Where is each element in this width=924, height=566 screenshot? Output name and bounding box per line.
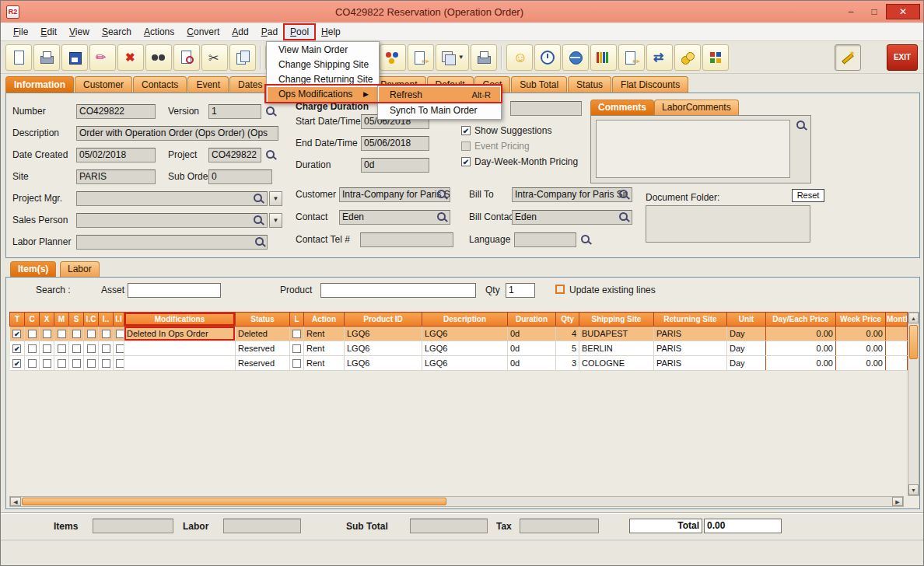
project-search-icon[interactable] (266, 150, 275, 159)
duration-field[interactable]: 0d (361, 158, 429, 173)
menu-item-synch-to-main-order[interactable]: Synch To Main Order (379, 103, 500, 118)
tab-flat-discounts[interactable]: Flat Discounts (612, 76, 688, 93)
reset-button[interactable]: Reset (792, 189, 824, 202)
menu-item-ops-modifications[interactable]: Ops Modifications ▶ (268, 87, 378, 102)
col-returning-site[interactable]: Returning Site (654, 313, 727, 327)
labor-planner-field[interactable] (76, 235, 268, 250)
table-row[interactable]: ✔ Deleted In Ops Order Deleted Rent LGQ6… (10, 327, 908, 341)
row-checkbox[interactable] (72, 344, 81, 353)
vertical-scrollbar[interactable]: ▲ ▼ (908, 312, 919, 496)
row-checkbox[interactable] (43, 359, 51, 368)
close-button[interactable]: ✕ (886, 4, 920, 19)
col-month-price[interactable]: Month P (886, 313, 908, 327)
show-suggestions-checkbox[interactable]: ✔ (461, 126, 471, 135)
tab-labor-comments[interactable]: LaborComments (654, 100, 739, 115)
row-checkbox[interactable] (28, 344, 37, 353)
tab-customer[interactable]: Customer (75, 76, 132, 93)
col-status[interactable]: Status (236, 313, 290, 327)
language-field[interactable] (514, 232, 576, 247)
col-s[interactable]: S (69, 313, 84, 327)
col-action[interactable]: Action (304, 313, 345, 327)
project-mgr-field[interactable] (76, 191, 268, 206)
col-ii[interactable]: I.I (114, 313, 124, 327)
bill-contact-field[interactable]: Eden (512, 210, 632, 225)
row-checkbox[interactable] (87, 359, 96, 368)
table-row[interactable]: ✔ Reserved Rent LGQ6 LGQ6 0d 5 (10, 341, 908, 356)
comments-search-icon[interactable] (796, 121, 805, 129)
history-button[interactable] (534, 44, 561, 71)
language-search-icon[interactable] (581, 235, 590, 243)
product-input[interactable] (320, 283, 476, 298)
tab-labor[interactable]: Labor (60, 261, 100, 277)
col-l[interactable]: L (290, 313, 304, 327)
contact-tel-field[interactable] (360, 232, 453, 247)
customer-search-icon[interactable] (437, 190, 446, 198)
menu-file[interactable]: File (7, 24, 34, 40)
event-pricing-checkbox[interactable] (461, 142, 471, 151)
asset-input[interactable] (128, 283, 221, 298)
delete-button[interactable] (117, 44, 144, 71)
row-checkbox[interactable] (116, 359, 124, 368)
row-checkbox[interactable] (87, 330, 96, 338)
edit-button[interactable] (89, 44, 116, 71)
vertical-scroll-thumb[interactable] (909, 325, 918, 359)
cut-button[interactable] (201, 44, 228, 71)
menu-search[interactable]: Search (96, 24, 138, 40)
col-product-id[interactable]: Product ID (345, 313, 422, 327)
exit-button[interactable]: EXIT (887, 44, 918, 71)
number-field[interactable]: CO429822 (76, 104, 156, 119)
rate-field[interactable] (510, 101, 582, 116)
payments-button[interactable] (674, 44, 701, 71)
version-field[interactable]: 1 (208, 104, 261, 119)
row-checkbox[interactable] (292, 344, 301, 353)
qty-input[interactable]: 1 (506, 283, 535, 298)
col-x[interactable]: X (40, 313, 54, 327)
row-checkbox[interactable] (43, 344, 51, 353)
menu-edit[interactable]: Edit (34, 24, 63, 40)
bill-to-field[interactable]: Intra-Company for Paris Sit (512, 187, 632, 202)
row-checkbox[interactable] (58, 359, 66, 368)
tab-sub-total[interactable]: Sub Total (511, 76, 567, 93)
menu-pad[interactable]: Pad (255, 24, 284, 40)
row-checkbox[interactable]: ✔ (12, 344, 21, 353)
sales-person-dropdown-button[interactable]: ▼ (269, 213, 282, 228)
tab-status[interactable]: Status (568, 76, 611, 93)
scroll-right-icon[interactable]: ▶ (892, 497, 903, 506)
version-search-icon[interactable] (266, 107, 275, 115)
new-document-button[interactable] (5, 44, 32, 71)
row-checkbox[interactable] (58, 344, 66, 353)
contact-field[interactable]: Eden (339, 210, 450, 225)
menu-help[interactable]: Help (315, 24, 347, 40)
col-t[interactable]: T (10, 313, 25, 327)
row-checkbox[interactable] (43, 330, 51, 338)
menu-view[interactable]: View (63, 24, 96, 40)
menu-convert[interactable]: Convert (180, 24, 226, 40)
menu-item-refresh[interactable]: Refresh Alt-R (379, 87, 500, 103)
project-mgr-dropdown-button[interactable]: ▼ (269, 191, 282, 206)
horizontal-scrollbar[interactable]: ◀ ▶ (9, 496, 904, 507)
row-checkbox[interactable] (292, 330, 301, 338)
menu-item-change-returning-site[interactable]: Change Returning Site (268, 72, 378, 87)
tab-information[interactable]: Information (5, 76, 74, 93)
row-checkbox[interactable] (102, 344, 110, 353)
menu-item-view-main-order[interactable]: View Main Order (268, 43, 378, 58)
sales-person-field[interactable] (76, 213, 268, 228)
catalog-button[interactable] (590, 44, 617, 71)
scroll-left-icon[interactable]: ◀ (10, 497, 21, 506)
row-checkbox[interactable] (292, 359, 301, 368)
web-button[interactable] (562, 44, 589, 71)
tab-event[interactable]: Event (187, 76, 229, 93)
bill-contact-search-icon[interactable] (619, 212, 628, 221)
row-checkbox[interactable] (116, 330, 124, 338)
print-button[interactable] (33, 44, 60, 71)
update-lines-checkbox[interactable] (555, 285, 565, 294)
col-i2[interactable]: I.. (99, 313, 114, 327)
availability-button[interactable] (380, 44, 406, 71)
document-folder-box[interactable] (646, 205, 810, 243)
end-date-field[interactable]: 05/06/2018 (361, 136, 429, 151)
sales-person-search-icon[interactable] (254, 215, 262, 224)
menu-pool[interactable]: Pool (284, 24, 315, 40)
notes-button[interactable] (618, 44, 645, 71)
col-shipping-site[interactable]: Shipping Site (579, 313, 654, 327)
row-checkbox[interactable] (102, 359, 110, 368)
